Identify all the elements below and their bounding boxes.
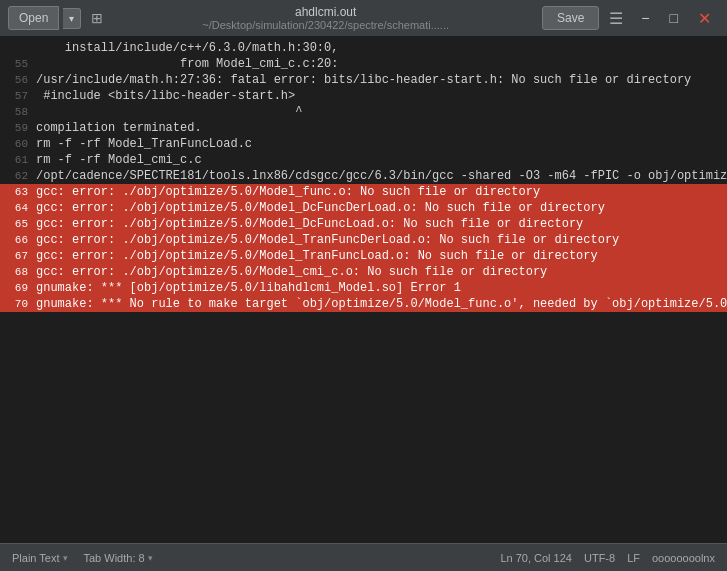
line-number: 59 <box>0 120 36 136</box>
line-number: 60 <box>0 136 36 152</box>
table-row: install/include/c++/6.3.0/math.h:30:0, <box>0 40 727 56</box>
line-number: 56 <box>0 72 36 88</box>
line-content: /usr/include/math.h:27:36: fatal error: … <box>36 72 727 88</box>
encoding-label: UTF-8 <box>584 552 615 564</box>
table-row: 55 from Model_cmi_c.c:20: <box>0 56 727 72</box>
plain-text-label: Plain Text <box>12 552 60 564</box>
minimize-button[interactable]: − <box>633 8 657 28</box>
table-row: 56/usr/include/math.h:27:36: fatal error… <box>0 72 727 88</box>
pin-button[interactable]: ⊞ <box>85 6 109 30</box>
titlebar-center: ahdlcmi.out ~/Desktop/simulation/230422/… <box>115 5 536 31</box>
tab-width-selector[interactable]: Tab Width: 8 ▾ <box>84 552 153 564</box>
open-dropdown-button[interactable]: ▾ <box>63 8 81 29</box>
table-row: 57 #include <bits/libc-header-start.h> <box>0 88 727 104</box>
line-number <box>0 40 36 56</box>
statusbar: Plain Text ▾ Tab Width: 8 ▾ Ln 70, Col 1… <box>0 543 727 571</box>
line-number: 63 <box>0 184 36 200</box>
editor-content[interactable]: install/include/c++/6.3.0/math.h:30:0,55… <box>0 36 727 543</box>
maximize-button[interactable]: □ <box>662 8 686 28</box>
table-row: 63gcc: error: ./obj/optimize/5.0/Model_f… <box>0 184 727 200</box>
line-number: 64 <box>0 200 36 216</box>
line-content: gcc: error: ./obj/optimize/5.0/Model_cmi… <box>36 264 727 280</box>
cursor-position: Ln 70, Col 124 <box>500 552 572 564</box>
table-row: 61rm -f -rf Model_cmi_c.c <box>0 152 727 168</box>
line-number: 69 <box>0 280 36 296</box>
table-row: 62/opt/cadence/SPECTRE181/tools.lnx86/cd… <box>0 168 727 184</box>
line-number: 67 <box>0 248 36 264</box>
line-content: /opt/cadence/SPECTRE181/tools.lnx86/cdsg… <box>36 168 727 184</box>
titlebar-right: Save ☰ − □ ✕ <box>542 6 719 30</box>
line-number: 61 <box>0 152 36 168</box>
hamburger-button[interactable]: ☰ <box>603 7 629 30</box>
title-path: ~/Desktop/simulation/230422/spectre/sche… <box>115 19 536 31</box>
plain-text-selector[interactable]: Plain Text ▾ <box>12 552 68 564</box>
table-row: 59compilation terminated. <box>0 120 727 136</box>
table-row: 67gcc: error: ./obj/optimize/5.0/Model_T… <box>0 248 727 264</box>
line-number: 68 <box>0 264 36 280</box>
titlebar: Open ▾ ⊞ ahdlcmi.out ~/Desktop/simulatio… <box>0 0 727 36</box>
statusbar-right: Ln 70, Col 124 UTF-8 LF oooooooolnx <box>500 552 715 564</box>
table-row: 64gcc: error: ./obj/optimize/5.0/Model_D… <box>0 200 727 216</box>
tab-width-label: Tab Width: 8 <box>84 552 145 564</box>
table-row: 65gcc: error: ./obj/optimize/5.0/Model_D… <box>0 216 727 232</box>
line-content: ^ <box>36 104 727 120</box>
line-content: gcc: error: ./obj/optimize/5.0/Model_DcF… <box>36 200 727 216</box>
title-filename: ahdlcmi.out <box>115 5 536 19</box>
table-row: 70gnumake: *** No rule to make target `o… <box>0 296 727 312</box>
line-content: gcc: error: ./obj/optimize/5.0/Model_fun… <box>36 184 727 200</box>
table-row: 68gcc: error: ./obj/optimize/5.0/Model_c… <box>0 264 727 280</box>
plain-text-arrow: ▾ <box>63 553 68 563</box>
line-content: from Model_cmi_c.c:20: <box>36 56 727 72</box>
line-number: 66 <box>0 232 36 248</box>
line-content: gnumake: *** No rule to make target `obj… <box>36 296 727 312</box>
line-number: 57 <box>0 88 36 104</box>
table-row: 60rm -f -rf Model_TranFuncLoad.c <box>0 136 727 152</box>
table-row: 58 ^ <box>0 104 727 120</box>
line-content: rm -f -rf Model_cmi_c.c <box>36 152 727 168</box>
line-content: #include <bits/libc-header-start.h> <box>36 88 727 104</box>
line-content: install/include/c++/6.3.0/math.h:30:0, <box>36 40 727 56</box>
close-button[interactable]: ✕ <box>690 7 719 30</box>
line-content: gnumake: *** [obj/optimize/5.0/libahdlcm… <box>36 280 727 296</box>
line-content: gcc: error: ./obj/optimize/5.0/Model_Tra… <box>36 248 727 264</box>
titlebar-left: Open ▾ ⊞ <box>8 6 109 30</box>
line-number: 58 <box>0 104 36 120</box>
save-button[interactable]: Save <box>542 6 599 30</box>
line-content: rm -f -rf Model_TranFuncLoad.c <box>36 136 727 152</box>
line-number: 65 <box>0 216 36 232</box>
table-row: 66gcc: error: ./obj/optimize/5.0/Model_T… <box>0 232 727 248</box>
line-number: 70 <box>0 296 36 312</box>
line-number: 62 <box>0 168 36 184</box>
editor: install/include/c++/6.3.0/math.h:30:0,55… <box>0 36 727 543</box>
tab-width-arrow: ▾ <box>148 553 153 563</box>
line-number: 55 <box>0 56 36 72</box>
table-row: 69gnumake: *** [obj/optimize/5.0/libahdl… <box>0 280 727 296</box>
open-button[interactable]: Open <box>8 6 59 30</box>
eol-label: LF <box>627 552 640 564</box>
line-content: compilation terminated. <box>36 120 727 136</box>
line-content: gcc: error: ./obj/optimize/5.0/Model_Tra… <box>36 232 727 248</box>
extra-info: oooooooolnx <box>652 552 715 564</box>
line-content: gcc: error: ./obj/optimize/5.0/Model_DcF… <box>36 216 727 232</box>
